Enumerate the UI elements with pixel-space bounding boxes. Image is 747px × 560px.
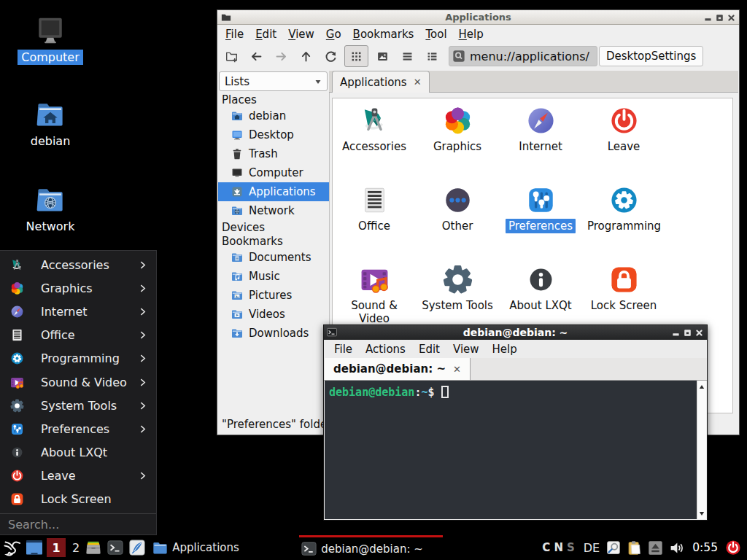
terminal-tab[interactable]: debian@debian: ~ ✕ — [325, 358, 471, 381]
app-menu-item[interactable]: Programming — [0, 347, 156, 370]
fm-minimize-button[interactable] — [705, 15, 711, 21]
fm-close-button[interactable] — [728, 15, 735, 21]
sidebar-item[interactable]: debian — [218, 106, 329, 125]
scroll-down-icon[interactable] — [697, 508, 706, 518]
terminal-scrollbar[interactable] — [697, 381, 706, 519]
quicklaunch-file-manager[interactable] — [85, 540, 101, 556]
sidebar-item[interactable]: Places — [218, 93, 329, 106]
clipboard-tray-item[interactable] — [627, 540, 642, 556]
refresh[interactable] — [320, 45, 341, 67]
fm-tab-applications[interactable]: Applications ✕ — [332, 71, 430, 93]
detailed-view[interactable] — [421, 45, 443, 67]
terminal-minimize-button[interactable] — [673, 330, 679, 336]
desktop-icon[interactable]: debian — [20, 100, 81, 149]
terminal-titlebar[interactable]: debian@debian: ~ — [324, 325, 707, 340]
keyboard-layout[interactable]: DE — [584, 541, 600, 555]
app-menu-item[interactable]: System Tools — [0, 394, 156, 417]
breadcrumb-current[interactable]: menu://applications/ — [449, 46, 597, 66]
app-category-item[interactable]: Other — [416, 179, 499, 259]
up[interactable] — [295, 45, 317, 67]
app-category-item[interactable]: Office — [333, 179, 416, 259]
terminal-menu-item[interactable]: View — [446, 341, 486, 357]
quicklaunch-terminal[interactable] — [107, 540, 123, 556]
screenshot-tray-item[interactable] — [605, 540, 621, 556]
clock[interactable]: 0:55 — [692, 541, 718, 554]
terminal-menu-item[interactable]: Help — [486, 341, 524, 357]
app-menu-item[interactable]: Graphics — [0, 276, 156, 300]
keyboard-indicator[interactable]: CNS — [542, 541, 574, 554]
sidebar-item[interactable]: Applications — [218, 182, 329, 201]
sidebar-item[interactable]: Trash — [218, 144, 329, 163]
terminal-menu-item[interactable]: File — [328, 341, 359, 357]
desktop-icon[interactable]: Network — [20, 185, 81, 234]
fm-menu-item[interactable]: Help — [453, 26, 489, 42]
volume-tray-item[interactable] — [669, 540, 684, 556]
sidebar-item[interactable]: Bookmarks — [218, 234, 329, 248]
app-menu-item-label: Leave — [41, 469, 139, 483]
fm-titlebar[interactable]: Applications — [217, 10, 739, 25]
app-category-icon — [526, 185, 556, 215]
sidebar-item[interactable]: Computer — [218, 163, 329, 182]
submenu-chevron-icon — [139, 261, 147, 269]
app-menu-item[interactable]: Preferences — [0, 417, 156, 440]
status-text: "Preferences" folde — [222, 418, 327, 431]
quicklaunch-editor[interactable] — [129, 540, 145, 556]
workspace-2-button[interactable]: 2 — [72, 541, 80, 555]
compact-view[interactable] — [396, 45, 418, 67]
fm-menu-item[interactable]: Edit — [249, 26, 282, 42]
workspace-1-button[interactable]: 1 — [47, 538, 66, 557]
app-menu-item[interactable]: Accessories — [0, 253, 156, 276]
terminal-menu-item[interactable]: Edit — [412, 341, 446, 357]
app-menu-item[interactable]: Leave — [0, 464, 156, 488]
task-button[interactable]: Applications — [150, 535, 294, 560]
breadcrumb-next[interactable]: DesktopSettings — [599, 46, 703, 66]
terminal-tab-close-icon[interactable]: ✕ — [453, 364, 461, 375]
app-category-item[interactable]: Graphics — [416, 100, 499, 179]
fm-maximize-button[interactable] — [716, 15, 723, 21]
sidebar-item[interactable]: Downloads — [218, 324, 329, 343]
fm-menu-item[interactable]: Go — [320, 26, 347, 42]
app-category-item[interactable]: Leave — [582, 100, 665, 179]
sidebar-item[interactable]: Documents — [218, 248, 329, 267]
fm-pathbar[interactable]: menu://applications/ DesktopSettings — [449, 46, 703, 66]
app-menu-item[interactable]: Lock Screen — [0, 488, 156, 511]
app-menu-item[interactable]: Internet — [0, 300, 156, 323]
sidebar-item[interactable]: Desktop — [218, 125, 329, 144]
sidebar-item[interactable]: Pictures — [218, 286, 329, 305]
sidebar-item[interactable]: Network — [218, 201, 329, 220]
app-category-item[interactable]: Preferences — [499, 179, 582, 259]
app-menu-item[interactable]: Sound & Video — [0, 370, 156, 394]
power-button[interactable] — [725, 540, 741, 556]
terminal-maximize-button[interactable] — [684, 330, 691, 336]
tab-close-icon[interactable]: ✕ — [414, 77, 422, 88]
fm-menu-item[interactable]: View — [282, 26, 320, 42]
app-menu-button[interactable] — [1, 537, 22, 558]
app-category-item[interactable]: Internet — [499, 100, 582, 179]
new-tab[interactable] — [220, 45, 242, 67]
app-category-item[interactable]: Accessories — [333, 100, 416, 179]
sidebar-mode-combo[interactable]: Lists — [219, 71, 328, 91]
fm-menu-item[interactable]: Tool — [419, 26, 452, 42]
task-button[interactable]: debian@debian: ~ — [299, 535, 443, 560]
sidebar-item[interactable]: Videos — [218, 305, 329, 324]
terminal-tabbar: debian@debian: ~ ✕ — [324, 358, 707, 381]
terminal-close-button[interactable] — [696, 330, 703, 336]
show-desktop-button[interactable] — [26, 539, 43, 556]
thumbnail-view[interactable] — [371, 45, 393, 67]
terminal-menu-item[interactable]: Actions — [359, 341, 412, 357]
app-menu-search[interactable]: Search... — [0, 514, 156, 534]
removable-media-item[interactable] — [648, 540, 663, 556]
terminal-screen[interactable]: debian@debian:~$ — [325, 381, 697, 519]
sidebar-item[interactable]: Devices — [218, 220, 329, 234]
app-menu-item[interactable]: About LXQt — [0, 441, 156, 464]
sidebar-item[interactable]: Music — [218, 267, 329, 286]
scroll-up-icon[interactable] — [697, 381, 706, 392]
back[interactable] — [245, 45, 267, 67]
forward[interactable] — [270, 45, 292, 67]
app-menu-item[interactable]: Office — [0, 324, 156, 347]
icon-view[interactable] — [344, 45, 368, 67]
fm-menu-item[interactable]: File — [220, 26, 249, 42]
fm-menu-item[interactable]: Bookmarks — [347, 26, 420, 42]
desktop-icon[interactable]: Computer — [20, 16, 81, 65]
app-category-item[interactable]: Programming — [582, 179, 665, 259]
